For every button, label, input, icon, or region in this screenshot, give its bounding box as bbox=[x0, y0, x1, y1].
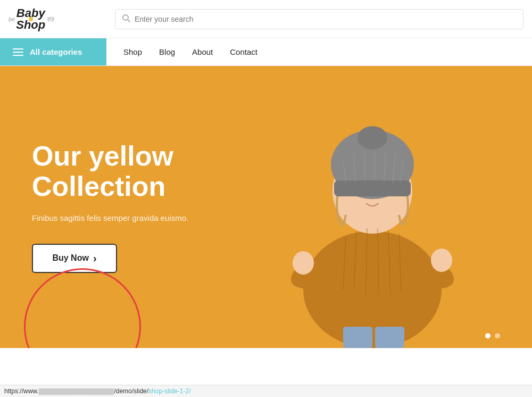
nav-link-blog[interactable]: Blog bbox=[159, 47, 175, 56]
svg-line-16 bbox=[364, 151, 365, 180]
search-bar[interactable] bbox=[115, 9, 523, 29]
slide-dot-2[interactable] bbox=[495, 333, 500, 338]
navigation: All categories Shop Blog About Contact bbox=[0, 38, 532, 66]
logo-text: Baby Shop bbox=[16, 7, 45, 31]
logo-dot bbox=[29, 17, 33, 21]
nav-link-shop[interactable]: Shop bbox=[123, 47, 142, 56]
svg-point-5 bbox=[293, 251, 314, 275]
svg-rect-29 bbox=[375, 327, 404, 348]
hero-subtitle: Finibus sagittis felis semper gravida eu… bbox=[32, 212, 188, 225]
logo-be: be bbox=[9, 16, 15, 22]
slide-dot-1[interactable] bbox=[485, 333, 491, 338]
svg-line-17 bbox=[375, 151, 375, 180]
all-categories-label: All categories bbox=[30, 47, 82, 56]
logo-area: be Baby Shop '89 bbox=[9, 7, 104, 31]
all-categories-button[interactable]: All categories bbox=[0, 38, 106, 65]
logo-year: '89 bbox=[46, 16, 54, 22]
buy-now-button[interactable]: Buy Now bbox=[32, 244, 117, 273]
svg-point-21 bbox=[358, 126, 387, 150]
nav-links: Shop Blog About Contact bbox=[106, 47, 257, 56]
hamburger-line-1 bbox=[13, 48, 23, 49]
hero-title-line1: Our yellow bbox=[32, 140, 173, 171]
hero-title: Our yellow Collection bbox=[32, 141, 188, 202]
hero-image bbox=[213, 66, 532, 348]
nav-link-about[interactable]: About bbox=[192, 47, 213, 56]
buy-now-label: Buy Now bbox=[52, 253, 88, 263]
hero-content: Our yellow Collection Finibus sagittis f… bbox=[32, 66, 188, 348]
search-input[interactable] bbox=[135, 15, 517, 23]
hero-title-line2: Collection bbox=[32, 171, 165, 202]
hamburger-line-3 bbox=[13, 55, 23, 56]
hamburger-line-2 bbox=[13, 52, 23, 53]
svg-point-6 bbox=[431, 249, 452, 272]
header: be Baby Shop '89 bbox=[0, 0, 532, 38]
svg-rect-28 bbox=[343, 327, 372, 348]
slide-dots bbox=[485, 333, 500, 338]
nav-link-contact[interactable]: Contact bbox=[230, 47, 257, 56]
svg-line-1 bbox=[128, 20, 130, 22]
search-icon bbox=[122, 14, 130, 24]
hamburger-icon bbox=[13, 48, 23, 56]
hero-banner: Our yellow Collection Finibus sagittis f… bbox=[0, 66, 532, 348]
